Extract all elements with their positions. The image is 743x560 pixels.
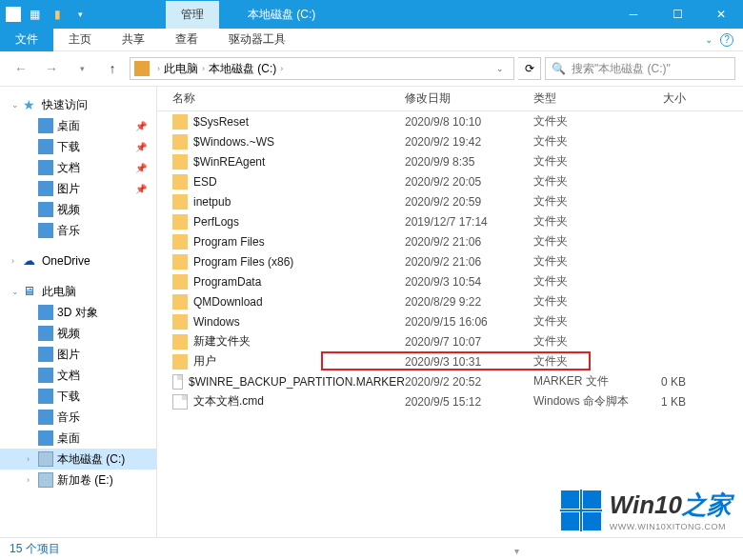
file-date: 2020/9/2 20:05 bbox=[405, 175, 533, 189]
minimize-button[interactable]: ─ bbox=[612, 0, 655, 29]
recent-dropdown[interactable]: ▾ bbox=[69, 55, 95, 82]
chevron-expanded-icon[interactable]: ⌄ bbox=[11, 100, 23, 110]
qat-properties-icon[interactable]: ▦ bbox=[25, 5, 44, 24]
maximize-button[interactable]: ☐ bbox=[655, 0, 699, 29]
file-name: QMDownload bbox=[193, 295, 263, 309]
ribbon-home[interactable]: 主页 bbox=[53, 28, 107, 51]
file-date: 2020/9/7 10:07 bbox=[405, 335, 533, 349]
up-button[interactable]: ↑ bbox=[99, 55, 126, 82]
ribbon-drive-tools[interactable]: 驱动器工具 bbox=[213, 28, 301, 51]
pin-icon: 📌 bbox=[135, 142, 147, 152]
titlebar: ▦ ▮ ▾ 管理 本地磁盘 (C:) ─ ☐ ✕ bbox=[0, 0, 743, 29]
table-row[interactable]: 用户2020/9/3 10:31文件夹 bbox=[157, 351, 743, 371]
tree-label: 视频 bbox=[57, 326, 80, 342]
ribbon-share[interactable]: 共享 bbox=[107, 28, 160, 51]
search-input[interactable]: 🔍 搜索"本地磁盘 (C:)" bbox=[545, 57, 735, 80]
sidebar-item[interactable]: ›本地磁盘 (C:) bbox=[0, 449, 156, 470]
sidebar-item[interactable]: 音乐 bbox=[0, 407, 156, 428]
pc-icon: 🖥 bbox=[23, 284, 38, 299]
drive-icon bbox=[38, 472, 53, 488]
file-date: 2020/9/2 20:59 bbox=[405, 195, 533, 209]
table-row[interactable]: Program Files (x86)2020/9/2 21:06文件夹 bbox=[157, 251, 743, 271]
file-name: 新建文件夹 bbox=[193, 333, 251, 350]
close-button[interactable]: ✕ bbox=[699, 0, 743, 29]
sidebar-item[interactable]: 音乐 bbox=[0, 220, 156, 241]
refresh-button[interactable]: ⟳ bbox=[518, 57, 541, 80]
table-row[interactable]: ESD2020/9/2 20:05文件夹 bbox=[157, 171, 743, 191]
sidebar-item[interactable]: 下载📌 bbox=[0, 136, 156, 157]
table-row[interactable]: $Windows.~WS2020/9/2 19:42文件夹 bbox=[157, 131, 743, 151]
forward-button[interactable]: → bbox=[38, 55, 65, 82]
col-type[interactable]: 类型 bbox=[533, 90, 657, 107]
qat-new-folder-icon[interactable]: ▮ bbox=[48, 5, 67, 24]
folder-icon bbox=[38, 181, 53, 196]
col-size[interactable]: 大小 bbox=[657, 90, 724, 107]
back-button[interactable]: ← bbox=[8, 55, 34, 82]
sidebar-item[interactable]: 图片 bbox=[0, 344, 156, 365]
file-date: 2020/9/8 10:10 bbox=[405, 115, 533, 129]
breadcrumb-chevron-icon[interactable]: › bbox=[153, 64, 164, 73]
sidebar-item[interactable]: 桌面📌 bbox=[0, 115, 156, 136]
sidebar-item[interactable]: 图片📌 bbox=[0, 178, 156, 199]
sidebar-item[interactable]: 3D 对象 bbox=[0, 302, 156, 323]
context-tab[interactable]: 管理 bbox=[166, 1, 219, 29]
breadcrumb-thispc[interactable]: 此电脑 bbox=[164, 61, 198, 77]
breadcrumb-drive[interactable]: 本地磁盘 (C:) bbox=[209, 61, 276, 77]
sidebar-item[interactable]: 下载 bbox=[0, 386, 156, 407]
sidebar-item[interactable]: ›新加卷 (E:) bbox=[0, 470, 156, 490]
navigation-pane[interactable]: ⌄ ★ 快速访问 桌面📌下载📌文档📌图片📌视频音乐 › ☁ OneDrive ⌄… bbox=[0, 87, 157, 537]
breadcrumb-chevron-icon[interactable]: › bbox=[276, 64, 287, 73]
table-row[interactable]: Windows2020/9/15 16:06文件夹 bbox=[157, 311, 743, 331]
col-name[interactable]: 名称 bbox=[157, 90, 405, 107]
qat-dropdown-icon[interactable]: ▾ bbox=[70, 5, 90, 24]
tree-onedrive[interactable]: › ☁ OneDrive bbox=[0, 250, 156, 271]
folder-icon bbox=[172, 134, 188, 150]
folder-icon bbox=[172, 274, 188, 290]
file-date: 2020/9/2 21:06 bbox=[405, 255, 533, 269]
table-row[interactable]: $SysReset2020/9/8 10:10文件夹 bbox=[157, 111, 743, 131]
sidebar-item[interactable]: 桌面 bbox=[0, 428, 156, 449]
folder-icon bbox=[38, 118, 53, 133]
table-row[interactable]: QMDownload2020/8/29 9:22文件夹 bbox=[157, 291, 743, 311]
file-name: 文本文档.cmd bbox=[193, 393, 264, 410]
sidebar-item[interactable]: 视频 bbox=[0, 323, 156, 344]
chevron-expanded-icon[interactable]: ⌄ bbox=[11, 287, 23, 296]
address-bar[interactable]: › 此电脑 › 本地磁盘 (C:) › ⌄ bbox=[130, 57, 514, 80]
table-row[interactable]: 文本文档.cmd2020/9/5 15:12Windows 命令脚本1 KB bbox=[157, 391, 743, 411]
address-dropdown-icon[interactable]: ⌄ bbox=[491, 64, 510, 73]
star-icon: ★ bbox=[23, 97, 38, 112]
breadcrumb-chevron-icon[interactable]: › bbox=[198, 64, 209, 73]
file-type: 文件夹 bbox=[533, 273, 657, 290]
folder-icon bbox=[172, 354, 188, 370]
table-row[interactable]: $WINRE_BACKUP_PARTITION.MARKER2020/9/2 2… bbox=[157, 371, 743, 391]
scroll-hint-icon: ▾ bbox=[514, 546, 519, 556]
table-row[interactable]: $WinREAgent2020/9/9 8:35文件夹 bbox=[157, 151, 743, 171]
chevron-collapsed-icon[interactable]: › bbox=[27, 475, 38, 485]
chevron-collapsed-icon[interactable]: › bbox=[11, 256, 23, 266]
watermark: Win10之家 WWW.WIN10XITONG.COM bbox=[560, 489, 732, 531]
ribbon-expand-icon[interactable]: ⌄ bbox=[705, 34, 713, 45]
help-icon[interactable]: ? bbox=[720, 33, 733, 47]
table-row[interactable]: Program Files2020/9/2 21:06文件夹 bbox=[157, 231, 743, 251]
ribbon-file[interactable]: 文件 bbox=[0, 28, 53, 51]
table-row[interactable]: 新建文件夹2020/9/7 10:07文件夹 bbox=[157, 331, 743, 351]
table-row[interactable]: inetpub2020/9/2 20:59文件夹 bbox=[157, 191, 743, 211]
col-date[interactable]: 修改日期 bbox=[405, 90, 533, 107]
chevron-collapsed-icon[interactable]: › bbox=[27, 454, 38, 464]
tree-thispc[interactable]: ⌄ 🖥 此电脑 bbox=[0, 281, 156, 302]
folder-icon bbox=[38, 389, 53, 404]
table-row[interactable]: ProgramData2020/9/3 10:54文件夹 bbox=[157, 271, 743, 291]
file-date: 2020/8/29 9:22 bbox=[405, 295, 533, 309]
sidebar-item[interactable]: 视频 bbox=[0, 199, 156, 220]
table-row[interactable]: PerfLogs2019/12/7 17:14文件夹 bbox=[157, 211, 743, 231]
ribbon-view[interactable]: 查看 bbox=[160, 28, 213, 51]
file-list[interactable]: 名称 修改日期 类型 大小 $SysReset2020/9/8 10:10文件夹… bbox=[157, 87, 743, 537]
tree-label: 音乐 bbox=[57, 410, 80, 426]
sidebar-item[interactable]: 文档 bbox=[0, 365, 156, 386]
watermark-suffix: 之家 bbox=[682, 490, 732, 519]
tree-quick-access[interactable]: ⌄ ★ 快速访问 bbox=[0, 94, 156, 115]
folder-icon bbox=[38, 305, 53, 320]
file-name: Windows bbox=[193, 315, 240, 329]
sidebar-item[interactable]: 文档📌 bbox=[0, 157, 156, 178]
file-type: 文件夹 bbox=[533, 133, 657, 150]
